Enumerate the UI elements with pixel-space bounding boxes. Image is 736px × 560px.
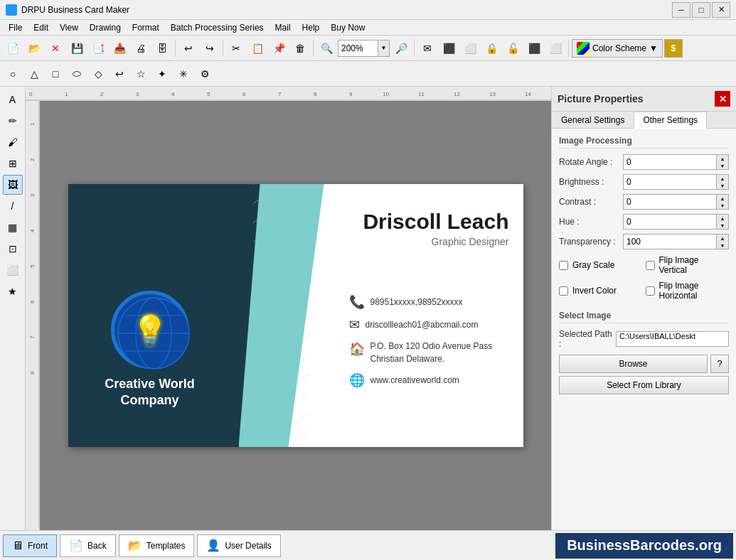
menu-view[interactable]: View [54,21,84,34]
crop-tool-button[interactable]: ⊡ [3,239,23,259]
diamond-shape-button[interactable]: ◇ [88,64,108,84]
rotate-angle-up[interactable]: ▲ [717,155,728,162]
text-tool-button[interactable]: A [3,90,23,109]
rotate-angle-input[interactable] [624,155,716,169]
close-button[interactable]: ✕ [712,2,730,18]
business-card: Driscoll Leach Graphic Designer [68,184,523,447]
redo-button[interactable]: ↪ [200,38,220,58]
lock2-button[interactable]: 🔓 [503,38,523,58]
toolbar-sep-5 [568,40,569,57]
color-scheme-label: Color Scheme [592,43,646,53]
menu-help[interactable]: Help [297,21,326,34]
brightness-up[interactable]: ▲ [717,175,728,182]
svg-text:9: 9 [349,91,353,97]
brightness-input[interactable] [624,175,716,189]
line-tool-button[interactable]: / [3,196,23,216]
flip-horizontal-label: Flip Image Horizontal [659,281,730,301]
minimize-button[interactable]: ─ [672,2,690,18]
delete-button[interactable]: 🗑 [290,38,310,58]
circle-shape-button[interactable]: ○ [3,64,23,84]
flip-vertical-checkbox[interactable] [646,261,655,270]
maximize-button[interactable]: □ [692,2,710,18]
tab-user-details[interactable]: 👤 User Details [197,534,280,557]
undo-button[interactable]: ↩ [178,38,198,58]
lock1-button[interactable]: 🔒 [481,38,501,58]
copy-button[interactable]: 📋 [247,38,267,58]
hue-input[interactable] [624,215,716,229]
transparency-input[interactable] [624,235,716,249]
panel-title: Picture Properties [558,93,644,104]
oval-shape-button[interactable]: ⬭ [67,64,87,84]
tab-other-settings[interactable]: Other Settings [634,112,707,129]
select-from-library-button[interactable]: Select From Library [559,376,729,394]
templates-tab-label: Templates [146,541,186,551]
view-toggle2[interactable]: ⬜ [545,38,565,58]
flip-horizontal-checkbox[interactable] [646,286,655,296]
rotate-angle-down[interactable]: ▼ [717,162,728,169]
menu-batch[interactable]: Batch Processing Series [165,21,270,34]
tab-templates[interactable]: 📂 Templates [119,534,195,557]
color-scheme-button[interactable]: Color Scheme ▼ [572,39,663,58]
import-button[interactable]: 📥 [110,38,129,58]
transparency-up[interactable]: ▲ [717,235,728,242]
email-button[interactable]: ✉ [417,38,437,58]
barcode-tool-button[interactable]: ▦ [3,217,23,237]
gray-scale-checkbox[interactable] [559,261,568,270]
save-button[interactable]: 💾 [67,38,87,58]
toolbar-sep-4 [414,40,415,57]
zoom-in-button[interactable]: 🔍 [316,38,336,58]
zoom-dropdown[interactable]: ▼ [378,41,389,56]
menu-drawing[interactable]: Drawing [84,21,127,34]
brightness-down[interactable]: ▼ [717,182,728,189]
starburst-shape-button[interactable]: ✳ [174,64,193,84]
menu-buynow[interactable]: Buy Now [325,21,370,34]
zoom-input[interactable] [338,41,378,56]
tab-front[interactable]: 🖥 Front [3,534,57,557]
gear-shape-button[interactable]: ⚙ [195,64,215,84]
view-toggle1[interactable]: ⬛ [524,38,544,58]
hue-up[interactable]: ▲ [717,215,728,222]
browse-button[interactable]: Browse [559,355,708,373]
new-button[interactable]: 📄 [3,38,23,58]
menu-format[interactable]: Format [127,21,165,34]
pencil-tool-button[interactable]: ✏ [3,111,23,131]
selected-path-row: Selected Path : C:\Users\IBALL\Deskt [559,329,729,349]
menu-edit[interactable]: Edit [28,21,54,34]
cancel-button[interactable]: ✕ [46,38,65,58]
image-tool-button[interactable]: 🖼 [3,175,23,195]
contrast-down[interactable]: ▼ [717,202,728,209]
transparency-spin: ▲ ▼ [716,235,728,249]
panel-close-button[interactable]: ✕ [715,91,730,107]
invert-color-checkbox[interactable] [559,286,568,296]
database-button[interactable]: 🗄 [152,38,172,58]
menu-mail[interactable]: Mail [270,21,297,34]
print-button[interactable]: 🖨 [131,38,151,58]
triangle-shape-button[interactable]: △ [24,64,44,84]
star-tool-button[interactable]: ★ [3,281,23,301]
square-shape-button[interactable]: □ [46,64,65,84]
bulb-icon: 💡 [132,313,168,347]
open-button[interactable]: 📂 [24,38,44,58]
layers-tool-button[interactable]: ⊞ [3,154,23,173]
menu-file[interactable]: File [3,21,28,34]
tab-back[interactable]: 📄 Back [60,534,116,557]
star4-shape-button[interactable]: ✦ [152,64,172,84]
contrast-up[interactable]: ▲ [717,195,728,202]
tab-general-settings[interactable]: General Settings [552,112,634,129]
export2-button[interactable]: ⬜ [460,38,480,58]
hue-down[interactable]: ▼ [717,222,728,229]
arc-shape-button[interactable]: ↩ [110,64,129,84]
frame-tool-button[interactable]: ⬜ [3,260,23,280]
export1-button[interactable]: ⬛ [439,38,459,58]
dollar-button[interactable]: $ [664,39,683,58]
browse-help-button[interactable]: ? [710,355,729,373]
contrast-input[interactable] [624,195,716,209]
transparency-down[interactable]: ▼ [717,242,728,249]
zoom-out-button[interactable]: 🔎 [391,38,411,58]
svg-text:3: 3 [29,193,36,197]
paste-button[interactable]: 📌 [269,38,289,58]
brush-tool-button[interactable]: 🖌 [3,132,23,152]
save-as-button[interactable]: 📑 [88,38,108,58]
cut-button[interactable]: ✂ [226,38,246,58]
star5-shape-button[interactable]: ☆ [131,64,151,84]
